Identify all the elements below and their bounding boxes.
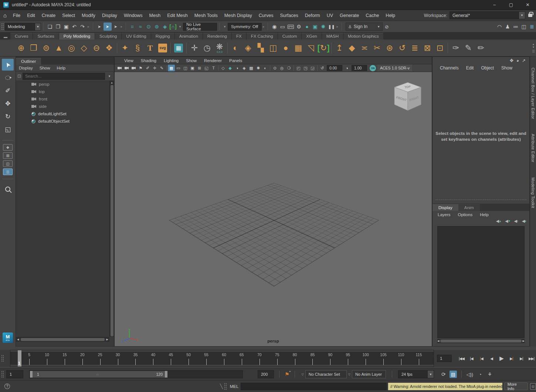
booleans-icon[interactable]: ◐	[229, 41, 242, 55]
combine-icon[interactable]: ◈	[242, 41, 254, 55]
menu-surfaces[interactable]: Surfaces	[277, 13, 301, 18]
outliner-menu-help[interactable]: Help	[54, 66, 69, 70]
channel-box-menu-show[interactable]: Show	[498, 65, 516, 71]
menu-file[interactable]: File	[10, 13, 24, 18]
move-layer-down-icon[interactable]: ◀▼	[505, 219, 510, 224]
scroll-right-icon[interactable]: ▶	[523, 340, 525, 342]
command-input-field[interactable]	[241, 383, 386, 390]
motion-blur-icon[interactable]: ◎	[278, 65, 285, 71]
fog-icon[interactable]: ❍	[285, 65, 292, 71]
command-input[interactable]	[241, 383, 387, 390]
fps-dropdown-icon[interactable]: ▼	[428, 370, 434, 378]
step-forward-frame-button[interactable]: ▶|	[517, 354, 526, 363]
super-shape-icon[interactable]: ✦	[119, 41, 131, 55]
type-tool-icon[interactable]: T	[144, 41, 156, 55]
minimize-button[interactable]: –	[486, 0, 503, 10]
use-all-lights-icon[interactable]: ✺	[255, 65, 262, 71]
layer-editor-scrollbar[interactable]: ◀ ▶	[437, 339, 525, 343]
live-surface-dropdown-icon[interactable]: ▼	[179, 25, 182, 28]
wireframe-icon[interactable]: ◇	[220, 65, 227, 71]
panel-menu-view[interactable]: View	[121, 58, 137, 63]
mute-audio-icon[interactable]: ◁))	[466, 371, 474, 378]
remesh-icon[interactable]: ⊡	[434, 41, 446, 55]
pin-channels-icon[interactable]: ✥	[510, 58, 513, 63]
shelf-collapse-icon[interactable]: ▬	[4, 35, 7, 39]
shelf-tab-rigging[interactable]: Rigging	[151, 33, 175, 40]
layout-outliner-persp-button[interactable]: ☰	[3, 168, 13, 175]
checkered-icon[interactable]: ▩	[248, 65, 255, 71]
hypershade-icon[interactable]: ●	[303, 23, 311, 31]
snap-to-curve-icon[interactable]: ≈	[136, 23, 145, 31]
exposure-field[interactable]: 0.00	[327, 65, 342, 71]
layout-single-pane-button[interactable]: ❖	[3, 144, 13, 151]
search-commands-icon[interactable]: ⊘	[383, 23, 391, 31]
animation-start-field[interactable]: 1	[6, 370, 23, 378]
play-forward-button[interactable]: ▶	[497, 354, 506, 363]
camera-icon[interactable]	[116, 65, 123, 71]
command-line-grip[interactable]	[224, 382, 227, 391]
grease-pencil-icon[interactable]: ✎	[158, 65, 165, 71]
bridge-icon[interactable]: ≍	[358, 41, 371, 55]
pencil-curve-icon[interactable]: ✏	[475, 41, 487, 55]
outliner-item-side[interactable]: side	[16, 103, 109, 110]
layer-menu-help[interactable]: Help	[476, 212, 492, 217]
move-tool[interactable]: ✥	[2, 98, 14, 109]
play-backwards-button[interactable]: ◀	[487, 354, 496, 363]
create-layer-from-selected-icon[interactable]: ◀●	[522, 219, 526, 224]
extrude-icon[interactable]: ↥	[333, 41, 346, 55]
layer-tab-display[interactable]: Display	[432, 204, 458, 211]
save-scene-icon[interactable]: ▣	[62, 23, 70, 31]
create-curve-icon[interactable]: ✑	[450, 41, 462, 55]
outliner-search-dropdown-icon[interactable]: ▼	[106, 75, 112, 78]
create-empty-layer-icon[interactable]: ◀+	[514, 219, 519, 224]
outliner-item-defaultLightSet[interactable]: defaultLightSet	[16, 110, 109, 117]
display-layers-list[interactable]	[437, 226, 525, 338]
poly-cube-icon[interactable]: ❒	[27, 41, 40, 55]
shelf-tab-uv-editing[interactable]: UV Editing	[122, 33, 151, 40]
user-avatar[interactable]: MAYA	[3, 333, 13, 343]
scrollbar-thumb[interactable]	[440, 340, 521, 342]
maximize-button[interactable]: ▢	[503, 0, 519, 10]
lock-view-icon[interactable]: ◳	[302, 65, 309, 71]
range-end-handle[interactable]	[165, 371, 167, 378]
undo-icon[interactable]: ↶	[70, 23, 78, 31]
field-chart-icon[interactable]: ⊞	[196, 65, 203, 71]
time-slider-grip[interactable]	[1, 354, 4, 362]
close-button[interactable]: ✕	[519, 0, 536, 10]
gamma-field[interactable]: 1.00	[352, 65, 367, 71]
snap-to-projected-center-icon[interactable]: ⊚	[153, 23, 161, 31]
make-live-icon[interactable]: [∩]	[169, 23, 177, 31]
outliner-item-top[interactable]: top	[16, 88, 109, 95]
speed-ramp-icon[interactable]: ◕	[516, 58, 519, 63]
layout-four-pane-button[interactable]: ⊞	[3, 152, 13, 159]
camera-lock-icon[interactable]	[123, 65, 130, 71]
reset-transform-icon[interactable]: ◷	[201, 41, 213, 55]
outliner-filter-icon[interactable]: ⊡	[17, 74, 21, 79]
select-by-component-icon[interactable]: ➤	[112, 23, 120, 31]
render-view-icon[interactable]: ◉	[270, 23, 278, 31]
paint-select-tool[interactable]: ✐	[2, 85, 14, 96]
menuset-dropdown-icon[interactable]: ▼	[35, 23, 41, 31]
symmetrize-icon[interactable]: ⊠	[421, 41, 434, 55]
range-drag-dots[interactable]: ⁞⁞	[96, 373, 99, 376]
graph-values-icon[interactable]: ↗	[522, 58, 526, 63]
menu-help[interactable]: Help	[382, 13, 398, 18]
select-tool[interactable]: ➤	[2, 59, 14, 71]
scrollbar-thumb[interactable]	[21, 338, 104, 341]
select-by-hierarchy-icon[interactable]: ➤	[95, 23, 104, 31]
poly-sphere-icon[interactable]: ⊕	[15, 41, 27, 55]
command-language-label[interactable]: MEL	[230, 384, 239, 389]
outliner-item-defaultObjectSet[interactable]: defaultObjectSet	[16, 117, 109, 125]
outliner-menu-display[interactable]: Display	[16, 66, 36, 70]
shelf-scroll-down-icon[interactable]: ▼	[532, 46, 535, 48]
group-collapse-icon[interactable]: ▸	[121, 25, 123, 28]
scroll-left-icon[interactable]: ◀	[437, 340, 439, 342]
channel-box-menu-object[interactable]: Object	[477, 65, 498, 71]
bookmark-icon[interactable]: ⚑	[137, 65, 144, 71]
outliner-item-persp[interactable]: persp	[16, 81, 109, 88]
svg-tool-icon[interactable]: svg	[156, 41, 169, 55]
smooth-icon[interactable]: ●	[279, 41, 292, 55]
sign-in-button[interactable]: ♙ Sign In ▼	[346, 23, 383, 31]
outliner-vertical-scrollbar[interactable]: ▲	[109, 81, 114, 337]
shelf-menu-icon[interactable]: ☰	[532, 50, 535, 53]
